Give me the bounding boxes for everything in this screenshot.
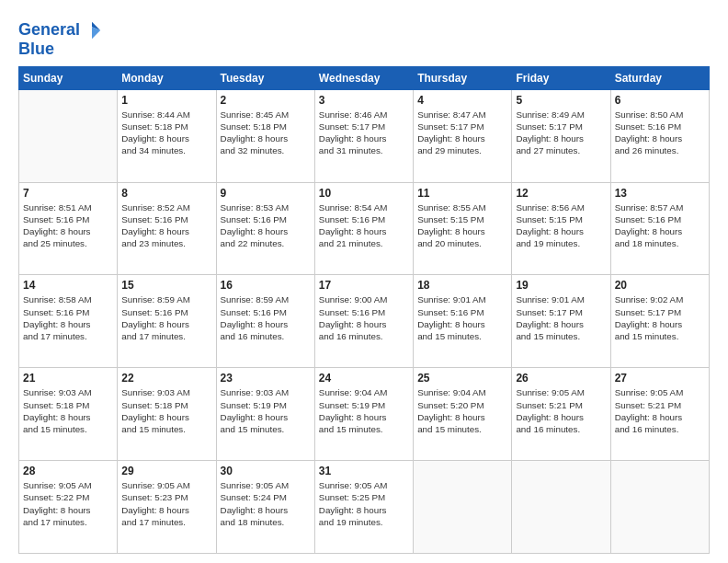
day-number: 4	[417, 94, 507, 107]
day-info: Sunrise: 8:45 AMSunset: 5:18 PMDaylight:…	[221, 109, 311, 157]
day-info: Sunrise: 9:01 AMSunset: 5:16 PMDaylight:…	[417, 293, 507, 342]
weekday-saturday: Saturday	[610, 66, 709, 89]
day-number: 3	[319, 94, 409, 107]
calendar-cell: 10Sunrise: 8:54 AMSunset: 5:16 PMDayligh…	[314, 182, 413, 275]
calendar-cell: 21Sunrise: 9:03 AMSunset: 5:18 PMDayligh…	[19, 368, 118, 461]
day-info: Sunrise: 8:55 AMSunset: 5:15 PMDaylight:…	[417, 201, 507, 250]
day-number: 17	[319, 279, 409, 292]
day-info: Sunrise: 8:59 AMSunset: 5:16 PMDaylight:…	[121, 293, 211, 342]
page: General Blue SundayMondayTuesdayWednesda…	[0, 0, 728, 563]
day-info: Sunrise: 9:05 AMSunset: 5:25 PMDaylight:…	[319, 479, 409, 528]
calendar-cell: 6Sunrise: 8:50 AMSunset: 5:16 PMDaylight…	[610, 89, 709, 182]
calendar-cell: 23Sunrise: 9:03 AMSunset: 5:19 PMDayligh…	[216, 368, 314, 461]
day-number: 11	[417, 187, 507, 200]
day-info: Sunrise: 9:03 AMSunset: 5:19 PMDaylight:…	[221, 386, 311, 435]
day-info: Sunrise: 9:05 AMSunset: 5:24 PMDaylight:…	[221, 479, 311, 528]
day-info: Sunrise: 9:05 AMSunset: 5:21 PMDaylight:…	[615, 386, 705, 435]
calendar-cell: 9Sunrise: 8:53 AMSunset: 5:16 PMDaylight…	[216, 182, 314, 275]
logo: General Blue	[18, 20, 102, 59]
day-number: 6	[615, 94, 705, 107]
day-info: Sunrise: 8:54 AMSunset: 5:16 PMDaylight:…	[319, 201, 409, 250]
day-number: 27	[615, 372, 705, 385]
weekday-thursday: Thursday	[414, 66, 512, 89]
calendar-cell: 15Sunrise: 8:59 AMSunset: 5:16 PMDayligh…	[118, 275, 216, 368]
weekday-tuesday: Tuesday	[216, 66, 314, 89]
day-number: 21	[23, 372, 113, 385]
day-info: Sunrise: 8:52 AMSunset: 5:16 PMDaylight:…	[121, 201, 211, 250]
calendar-week-2: 7Sunrise: 8:51 AMSunset: 5:16 PMDaylight…	[19, 182, 710, 275]
day-info: Sunrise: 9:02 AMSunset: 5:17 PMDaylight:…	[615, 293, 705, 342]
calendar-cell: 5Sunrise: 8:49 AMSunset: 5:17 PMDaylight…	[512, 89, 610, 182]
day-number: 13	[615, 187, 705, 200]
day-number: 29	[121, 465, 211, 477]
calendar-cell: 7Sunrise: 8:51 AMSunset: 5:16 PMDaylight…	[19, 182, 118, 275]
calendar-cell: 4Sunrise: 8:47 AMSunset: 5:17 PMDaylight…	[414, 89, 512, 182]
calendar-cell: 19Sunrise: 9:01 AMSunset: 5:17 PMDayligh…	[512, 275, 610, 368]
day-number: 30	[221, 465, 311, 477]
day-number: 28	[23, 465, 113, 477]
weekday-wednesday: Wednesday	[314, 66, 413, 89]
day-number: 25	[417, 372, 507, 385]
calendar-cell: 3Sunrise: 8:46 AMSunset: 5:17 PMDaylight…	[314, 89, 413, 182]
calendar-week-3: 14Sunrise: 8:58 AMSunset: 5:16 PMDayligh…	[19, 275, 710, 368]
calendar-cell	[610, 461, 709, 554]
day-info: Sunrise: 9:03 AMSunset: 5:18 PMDaylight:…	[121, 386, 211, 435]
day-number: 2	[221, 94, 311, 107]
calendar-body: 1Sunrise: 8:44 AMSunset: 5:18 PMDaylight…	[19, 89, 710, 553]
day-number: 14	[23, 279, 113, 292]
day-number: 18	[417, 279, 507, 292]
day-number: 9	[221, 187, 311, 200]
calendar-cell: 26Sunrise: 9:05 AMSunset: 5:21 PMDayligh…	[512, 368, 610, 461]
logo-text-line1: General	[18, 21, 80, 40]
weekday-sunday: Sunday	[19, 66, 118, 89]
day-info: Sunrise: 9:01 AMSunset: 5:17 PMDaylight:…	[516, 293, 606, 342]
calendar-cell: 1Sunrise: 8:44 AMSunset: 5:18 PMDaylight…	[118, 89, 216, 182]
calendar-cell	[19, 89, 118, 182]
day-number: 7	[23, 187, 113, 200]
calendar-week-5: 28Sunrise: 9:05 AMSunset: 5:22 PMDayligh…	[19, 461, 710, 554]
day-info: Sunrise: 8:49 AMSunset: 5:17 PMDaylight:…	[516, 109, 606, 157]
day-info: Sunrise: 9:00 AMSunset: 5:16 PMDaylight:…	[319, 293, 409, 342]
day-info: Sunrise: 8:46 AMSunset: 5:17 PMDaylight:…	[319, 109, 409, 157]
day-info: Sunrise: 8:58 AMSunset: 5:16 PMDaylight:…	[23, 293, 113, 342]
day-info: Sunrise: 8:51 AMSunset: 5:16 PMDaylight:…	[23, 201, 113, 250]
header: General Blue	[18, 17, 710, 59]
day-number: 19	[516, 279, 606, 292]
day-number: 8	[121, 187, 211, 200]
day-info: Sunrise: 9:05 AMSunset: 5:21 PMDaylight:…	[516, 386, 606, 435]
calendar-cell: 28Sunrise: 9:05 AMSunset: 5:22 PMDayligh…	[19, 461, 118, 554]
calendar-cell: 30Sunrise: 9:05 AMSunset: 5:24 PMDayligh…	[216, 461, 314, 554]
day-number: 15	[121, 279, 211, 292]
day-info: Sunrise: 8:57 AMSunset: 5:16 PMDaylight:…	[615, 201, 705, 250]
calendar-cell: 14Sunrise: 8:58 AMSunset: 5:16 PMDayligh…	[19, 275, 118, 368]
weekday-friday: Friday	[512, 66, 610, 89]
day-number: 16	[221, 279, 311, 292]
day-number: 26	[516, 372, 606, 385]
day-info: Sunrise: 8:44 AMSunset: 5:18 PMDaylight:…	[121, 109, 211, 157]
calendar-week-1: 1Sunrise: 8:44 AMSunset: 5:18 PMDaylight…	[19, 89, 710, 182]
day-number: 5	[516, 94, 606, 107]
calendar-week-4: 21Sunrise: 9:03 AMSunset: 5:18 PMDayligh…	[19, 368, 710, 461]
day-number: 1	[121, 94, 211, 107]
calendar-cell: 12Sunrise: 8:56 AMSunset: 5:15 PMDayligh…	[512, 182, 610, 275]
day-info: Sunrise: 8:56 AMSunset: 5:15 PMDaylight:…	[516, 201, 606, 250]
day-number: 23	[221, 372, 311, 385]
day-number: 22	[121, 372, 211, 385]
calendar-cell: 8Sunrise: 8:52 AMSunset: 5:16 PMDaylight…	[118, 182, 216, 275]
calendar-cell: 2Sunrise: 8:45 AMSunset: 5:18 PMDaylight…	[216, 89, 314, 182]
calendar-cell: 20Sunrise: 9:02 AMSunset: 5:17 PMDayligh…	[610, 275, 709, 368]
day-number: 12	[516, 187, 606, 200]
day-number: 20	[615, 279, 705, 292]
calendar-cell: 22Sunrise: 9:03 AMSunset: 5:18 PMDayligh…	[118, 368, 216, 461]
calendar-cell: 25Sunrise: 9:04 AMSunset: 5:20 PMDayligh…	[414, 368, 512, 461]
calendar-cell: 27Sunrise: 9:05 AMSunset: 5:21 PMDayligh…	[610, 368, 709, 461]
calendar-table: SundayMondayTuesdayWednesdayThursdayFrid…	[18, 66, 710, 554]
day-info: Sunrise: 9:03 AMSunset: 5:18 PMDaylight:…	[23, 386, 113, 435]
day-number: 31	[319, 465, 409, 477]
calendar-cell: 29Sunrise: 9:05 AMSunset: 5:23 PMDayligh…	[118, 461, 216, 554]
calendar-cell: 16Sunrise: 8:59 AMSunset: 5:16 PMDayligh…	[216, 275, 314, 368]
day-info: Sunrise: 8:59 AMSunset: 5:16 PMDaylight:…	[221, 293, 311, 342]
day-info: Sunrise: 9:05 AMSunset: 5:23 PMDaylight:…	[121, 479, 211, 528]
calendar-cell	[414, 461, 512, 554]
calendar-cell	[512, 461, 610, 554]
